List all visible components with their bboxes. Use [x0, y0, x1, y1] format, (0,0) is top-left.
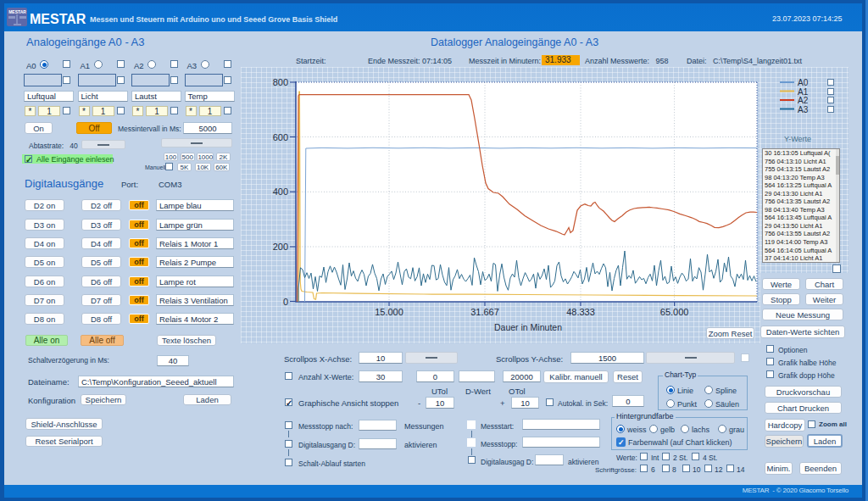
svg-text:600: 600 [273, 132, 288, 142]
svg-text:A2: A2 [798, 96, 809, 105]
svg-text:65.000: 65.000 [660, 307, 689, 317]
svg-text:A1: A1 [798, 87, 809, 97]
svg-text:800: 800 [273, 77, 288, 87]
svg-text:31.667: 31.667 [470, 307, 499, 317]
svg-text:200: 200 [273, 242, 288, 252]
svg-text:Dauer in Minuten: Dauer in Minuten [494, 322, 562, 332]
svg-text:400: 400 [273, 186, 288, 197]
svg-text:A0: A0 [798, 78, 809, 87]
svg-text:15.000: 15.000 [375, 307, 403, 317]
svg-text:48.333: 48.333 [566, 307, 595, 317]
svg-text:A3: A3 [798, 105, 809, 114]
svg-text:0: 0 [283, 297, 288, 307]
